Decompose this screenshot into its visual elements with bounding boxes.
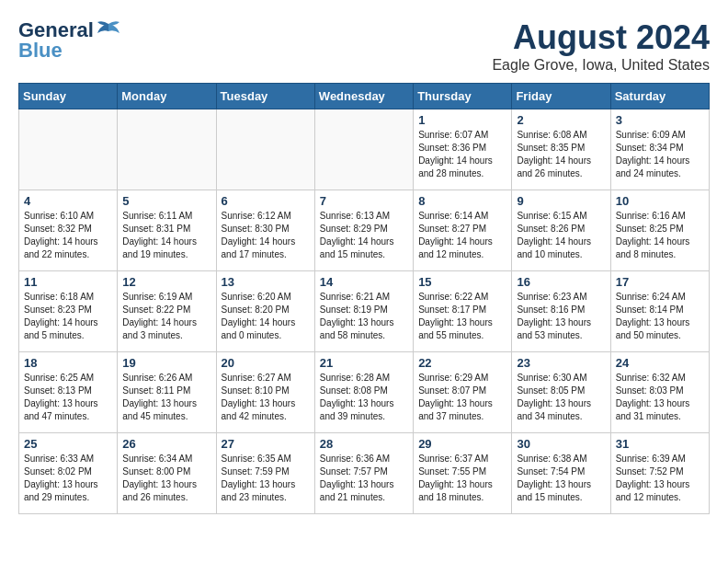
day-cell: 13Sunrise: 6:20 AM Sunset: 8:20 PM Dayli…	[216, 271, 314, 352]
day-cell: 25Sunrise: 6:33 AM Sunset: 8:02 PM Dayli…	[19, 433, 118, 514]
week-row-4: 18Sunrise: 6:25 AM Sunset: 8:13 PM Dayli…	[19, 352, 710, 433]
weekday-header-tuesday: Tuesday	[216, 84, 314, 109]
day-cell: 12Sunrise: 6:19 AM Sunset: 8:22 PM Dayli…	[118, 271, 216, 352]
day-number: 31	[616, 437, 704, 451]
day-cell: 1Sunrise: 6:07 AM Sunset: 8:36 PM Daylig…	[414, 109, 512, 190]
day-cell: 17Sunrise: 6:24 AM Sunset: 8:14 PM Dayli…	[610, 271, 709, 352]
day-cell: 27Sunrise: 6:35 AM Sunset: 7:59 PM Dayli…	[216, 433, 314, 514]
day-cell: 26Sunrise: 6:34 AM Sunset: 8:00 PM Dayli…	[118, 433, 216, 514]
day-number: 7	[320, 194, 408, 208]
day-number: 26	[122, 437, 210, 451]
title-block: August 2024 Eagle Grove, Iowa, United St…	[492, 18, 710, 74]
weekday-header-row: SundayMondayTuesdayWednesdayThursdayFrid…	[19, 84, 710, 109]
calendar-title: August 2024	[492, 18, 710, 57]
week-row-3: 11Sunrise: 6:18 AM Sunset: 8:23 PM Dayli…	[19, 271, 710, 352]
day-cell: 19Sunrise: 6:26 AM Sunset: 8:11 PM Dayli…	[118, 352, 216, 433]
day-cell: 29Sunrise: 6:37 AM Sunset: 7:55 PM Dayli…	[414, 433, 512, 514]
day-number: 6	[222, 194, 310, 208]
logo-bird-icon	[96, 20, 121, 40]
week-row-2: 4Sunrise: 6:10 AM Sunset: 8:32 PM Daylig…	[19, 190, 710, 271]
day-info: Sunrise: 6:07 AM Sunset: 8:36 PM Dayligh…	[418, 129, 506, 180]
day-cell: 7Sunrise: 6:13 AM Sunset: 8:29 PM Daylig…	[314, 190, 413, 271]
day-info: Sunrise: 6:15 AM Sunset: 8:26 PM Dayligh…	[517, 210, 605, 261]
day-cell: 28Sunrise: 6:36 AM Sunset: 7:57 PM Dayli…	[314, 433, 413, 514]
day-cell: 16Sunrise: 6:23 AM Sunset: 8:16 PM Dayli…	[512, 271, 610, 352]
day-info: Sunrise: 6:11 AM Sunset: 8:31 PM Dayligh…	[122, 210, 210, 261]
day-cell: 2Sunrise: 6:08 AM Sunset: 8:35 PM Daylig…	[512, 109, 610, 190]
day-info: Sunrise: 6:32 AM Sunset: 8:03 PM Dayligh…	[616, 372, 704, 423]
day-cell: 15Sunrise: 6:22 AM Sunset: 8:17 PM Dayli…	[414, 271, 512, 352]
calendar-subtitle: Eagle Grove, Iowa, United States	[492, 57, 710, 74]
day-number: 16	[517, 275, 605, 289]
day-cell: 6Sunrise: 6:12 AM Sunset: 8:30 PM Daylig…	[216, 190, 314, 271]
day-cell: 21Sunrise: 6:28 AM Sunset: 8:08 PM Dayli…	[314, 352, 413, 433]
day-info: Sunrise: 6:25 AM Sunset: 8:13 PM Dayligh…	[24, 372, 112, 423]
day-info: Sunrise: 6:30 AM Sunset: 8:05 PM Dayligh…	[517, 372, 605, 423]
day-info: Sunrise: 6:27 AM Sunset: 8:10 PM Dayligh…	[222, 372, 310, 423]
day-info: Sunrise: 6:28 AM Sunset: 8:08 PM Dayligh…	[320, 372, 408, 423]
day-info: Sunrise: 6:16 AM Sunset: 8:25 PM Dayligh…	[616, 210, 704, 261]
day-number: 2	[517, 113, 605, 127]
day-number: 14	[320, 275, 408, 289]
day-number: 27	[222, 437, 310, 451]
day-number: 11	[24, 275, 112, 289]
day-info: Sunrise: 6:34 AM Sunset: 8:00 PM Dayligh…	[122, 453, 210, 504]
weekday-header-thursday: Thursday	[414, 84, 512, 109]
day-cell: 30Sunrise: 6:38 AM Sunset: 7:54 PM Dayli…	[512, 433, 610, 514]
day-number: 30	[517, 437, 605, 451]
day-cell: 31Sunrise: 6:39 AM Sunset: 7:52 PM Dayli…	[610, 433, 709, 514]
day-number: 3	[616, 113, 704, 127]
day-number: 25	[24, 437, 112, 451]
day-info: Sunrise: 6:08 AM Sunset: 8:35 PM Dayligh…	[517, 129, 605, 180]
day-cell: 3Sunrise: 6:09 AM Sunset: 8:34 PM Daylig…	[610, 109, 709, 190]
day-info: Sunrise: 6:19 AM Sunset: 8:22 PM Dayligh…	[122, 291, 210, 342]
day-number: 12	[122, 275, 210, 289]
day-number: 18	[24, 356, 112, 370]
day-number: 10	[616, 194, 704, 208]
day-cell: 8Sunrise: 6:14 AM Sunset: 8:27 PM Daylig…	[414, 190, 512, 271]
weekday-header-saturday: Saturday	[610, 84, 709, 109]
day-number: 28	[320, 437, 408, 451]
day-cell: 23Sunrise: 6:30 AM Sunset: 8:05 PM Dayli…	[512, 352, 610, 433]
weekday-header-sunday: Sunday	[19, 84, 118, 109]
day-info: Sunrise: 6:22 AM Sunset: 8:17 PM Dayligh…	[418, 291, 506, 342]
day-info: Sunrise: 6:38 AM Sunset: 7:54 PM Dayligh…	[517, 453, 605, 504]
day-cell	[314, 109, 413, 190]
day-cell	[19, 109, 118, 190]
weekday-header-monday: Monday	[118, 84, 216, 109]
day-info: Sunrise: 6:18 AM Sunset: 8:23 PM Dayligh…	[24, 291, 112, 342]
day-cell: 22Sunrise: 6:29 AM Sunset: 8:07 PM Dayli…	[414, 352, 512, 433]
day-info: Sunrise: 6:29 AM Sunset: 8:07 PM Dayligh…	[418, 372, 506, 423]
day-number: 5	[122, 194, 210, 208]
day-number: 13	[222, 275, 310, 289]
day-info: Sunrise: 6:24 AM Sunset: 8:14 PM Dayligh…	[616, 291, 704, 342]
day-number: 23	[517, 356, 605, 370]
page-header: General Blue August 2024 Eagle Grove, Io…	[18, 18, 710, 74]
day-number: 29	[418, 437, 506, 451]
logo: General Blue	[18, 18, 121, 63]
day-info: Sunrise: 6:21 AM Sunset: 8:19 PM Dayligh…	[320, 291, 408, 342]
day-info: Sunrise: 6:33 AM Sunset: 8:02 PM Dayligh…	[24, 453, 112, 504]
day-cell: 24Sunrise: 6:32 AM Sunset: 8:03 PM Dayli…	[610, 352, 709, 433]
day-cell: 11Sunrise: 6:18 AM Sunset: 8:23 PM Dayli…	[19, 271, 118, 352]
week-row-1: 1Sunrise: 6:07 AM Sunset: 8:36 PM Daylig…	[19, 109, 710, 190]
day-cell: 5Sunrise: 6:11 AM Sunset: 8:31 PM Daylig…	[118, 190, 216, 271]
day-cell: 9Sunrise: 6:15 AM Sunset: 8:26 PM Daylig…	[512, 190, 610, 271]
day-number: 24	[616, 356, 704, 370]
day-number: 17	[616, 275, 704, 289]
day-cell: 20Sunrise: 6:27 AM Sunset: 8:10 PM Dayli…	[216, 352, 314, 433]
day-number: 4	[24, 194, 112, 208]
day-number: 8	[418, 194, 506, 208]
day-cell: 18Sunrise: 6:25 AM Sunset: 8:13 PM Dayli…	[19, 352, 118, 433]
day-info: Sunrise: 6:26 AM Sunset: 8:11 PM Dayligh…	[122, 372, 210, 423]
day-info: Sunrise: 6:10 AM Sunset: 8:32 PM Dayligh…	[24, 210, 112, 261]
weekday-header-friday: Friday	[512, 84, 610, 109]
day-info: Sunrise: 6:20 AM Sunset: 8:20 PM Dayligh…	[222, 291, 310, 342]
day-info: Sunrise: 6:13 AM Sunset: 8:29 PM Dayligh…	[320, 210, 408, 261]
day-info: Sunrise: 6:36 AM Sunset: 7:57 PM Dayligh…	[320, 453, 408, 504]
day-info: Sunrise: 6:23 AM Sunset: 8:16 PM Dayligh…	[517, 291, 605, 342]
weekday-header-wednesday: Wednesday	[314, 84, 413, 109]
day-info: Sunrise: 6:37 AM Sunset: 7:55 PM Dayligh…	[418, 453, 506, 504]
day-cell	[216, 109, 314, 190]
day-cell: 14Sunrise: 6:21 AM Sunset: 8:19 PM Dayli…	[314, 271, 413, 352]
